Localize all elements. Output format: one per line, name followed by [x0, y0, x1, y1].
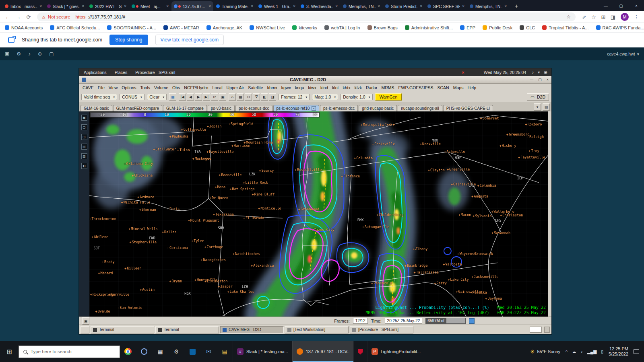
- new-tab-button[interactable]: +: [512, 1, 521, 11]
- display-icon[interactable]: ▢: [49, 51, 54, 57]
- bookmark-item[interactable]: SOO/TRAINING - A...: [107, 25, 156, 30]
- frames-combo[interactable]: Frames: 12▾: [279, 94, 310, 100]
- onedrive-icon[interactable]: ☁: [572, 349, 576, 354]
- gnome-clock[interactable]: Wed May 25, 20:25:04: [484, 70, 526, 75]
- browser-tab[interactable]: 2022 HWT - S...×: [87, 1, 129, 11]
- stop-sharing-button[interactable]: Stop sharing: [109, 35, 148, 45]
- tab-close-icon[interactable]: ×: [251, 4, 253, 8]
- tab-close-icon[interactable]: ×: [208, 4, 211, 8]
- tab-close-icon[interactable]: ×: [378, 4, 380, 8]
- window-list-item[interactable]: [Procedure - SPG.xml]: [350, 326, 413, 333]
- bookmark-item[interactable]: Tropical Tidbits - A...: [542, 25, 588, 30]
- step-forward-button[interactable]: ▶: [195, 93, 202, 101]
- taskbar-app-slack[interactable]: #Slack | * testing-ma...: [233, 341, 292, 362]
- cave-menu-item[interactable]: CAVE: [80, 84, 96, 91]
- density-combo[interactable]: Density: 1.0▾: [341, 94, 372, 100]
- browser-menu-icon[interactable]: ⋮: [632, 12, 641, 21]
- cave-menu-item[interactable]: kbmx: [265, 84, 279, 91]
- browser-tab[interactable]: Inbox - mass...×: [2, 1, 44, 11]
- cave-display-tab[interactable]: grid-nucaps-basic: [359, 105, 397, 111]
- chrome-icon[interactable]: [120, 341, 136, 362]
- fullscreen-icon[interactable]: ⊕: [38, 51, 42, 57]
- window-close-button[interactable]: ×: [629, 0, 644, 11]
- cortana-icon[interactable]: [136, 341, 152, 362]
- loop-button[interactable]: ⟳: [211, 93, 218, 101]
- alert-close-icon[interactable]: ×: [462, 70, 464, 75]
- single-panel-icon[interactable]: ◧: [261, 93, 268, 101]
- cave-menu-item[interactable]: kgwx: [279, 84, 293, 91]
- pane-icon-1[interactable]: ▣: [81, 115, 87, 121]
- window-list-item[interactable]: Terminal: [155, 326, 219, 333]
- audio-icon[interactable]: ♪: [28, 51, 31, 57]
- browser-tab[interactable]: 137.75.97...×: [171, 1, 213, 11]
- dcv-session-selector[interactable]: cave4.ewp.hwt ▾: [607, 51, 639, 56]
- image-properties-icon[interactable]: ▦: [237, 93, 244, 101]
- cave-menu-item[interactable]: File: [96, 84, 107, 91]
- cave-menu-item[interactable]: khtx: [341, 84, 353, 91]
- cave-menu-item[interactable]: Upper Air: [225, 84, 246, 91]
- tab-layout-icon[interactable]: ▤: [543, 103, 550, 111]
- warngen-button[interactable]: WarnGen: [375, 93, 402, 101]
- cave-menu-item[interactable]: kind: [318, 84, 330, 91]
- browser-tab[interactable]: Slack | * goes...×: [45, 1, 87, 11]
- mag-combo[interactable]: Mag: 1.0▾: [312, 94, 338, 100]
- step-back-button[interactable]: ◀: [187, 93, 194, 101]
- tab-overflow-icon[interactable]: ▾: [534, 103, 541, 111]
- cave-menu-item[interactable]: NCEP/Hydro: [182, 84, 210, 91]
- cave-menu-item[interactable]: klzk: [353, 84, 364, 91]
- last-frame-button[interactable]: ▶|: [203, 93, 210, 101]
- scale-combo[interactable]: CONUS▾: [120, 94, 144, 100]
- back-icon[interactable]: ←: [3, 12, 12, 21]
- cave-menu-item[interactable]: Obs: [170, 84, 182, 91]
- profile-avatar[interactable]: M: [621, 13, 629, 21]
- cave-display-tab[interactable]: ps-lc-econus-ref10×: [273, 105, 319, 111]
- settings-gear-icon[interactable]: ⚙: [17, 51, 21, 57]
- points-tool-icon[interactable]: ⊙: [245, 93, 252, 101]
- bookmark-item[interactable]: kiteworks: [292, 25, 317, 30]
- browser-tab[interactable]: Memphis, TN...×: [341, 1, 382, 11]
- cave-display-tab[interactable]: PHS-vs-GOES-CAPE-LI: [443, 105, 493, 111]
- cave-display-tab[interactable]: GLM-maxFED-compare: [113, 105, 162, 111]
- network-icon[interactable]: ▂▄▆: [587, 349, 597, 354]
- cave-display-tab[interactable]: GLM-16-basic: [80, 105, 112, 111]
- cave-maximize-button[interactable]: ▢: [538, 78, 542, 82]
- pane-icon-4[interactable]: ▤: [81, 144, 87, 150]
- cave-display-tab[interactable]: ps-lc-econus-dcc: [235, 105, 272, 111]
- address-bar[interactable]: ⚠ Not secure https ://137.75.97.181/# ☆: [37, 12, 576, 21]
- power-icon[interactable]: ◉: [544, 70, 547, 74]
- bookmark-item[interactable]: AWC - METAR: [163, 25, 199, 30]
- clear-combo[interactable]: Clear▾: [147, 94, 167, 100]
- taskbar-weather[interactable]: ☀ 55°F Sunny: [530, 349, 560, 355]
- window-minimize-button[interactable]: —: [598, 0, 613, 11]
- swap-panes-icon[interactable]: ▣: [82, 317, 89, 325]
- browser-tab[interactable]: Meet - aj...×: [129, 1, 171, 11]
- volume-icon[interactable]: ♪: [532, 70, 534, 74]
- browser-tab[interactable]: SPC SREF SRE...×: [425, 1, 467, 11]
- tab-close-icon[interactable]: ×: [82, 4, 84, 8]
- cave-close-button[interactable]: ×: [547, 78, 549, 82]
- tray-chevron-icon[interactable]: ^: [566, 349, 568, 354]
- cave-menu-item[interactable]: Volume: [152, 84, 170, 91]
- window-maximize-button[interactable]: ▢: [613, 0, 629, 11]
- cave-menu-item[interactable]: kiwx: [306, 84, 318, 91]
- window-list-item[interactable]: Terminal: [91, 326, 154, 333]
- taskbar-search[interactable]: Type here to search: [19, 346, 120, 358]
- bookmark-item[interactable]: RAC AWIPS Funda...: [596, 25, 644, 30]
- bookmark-item[interactable]: AFC Official Schedu...: [50, 25, 100, 30]
- browser-tab[interactable]: Storm Predict...×: [383, 1, 425, 11]
- window-list-item[interactable]: CAVE:MEG - D2D: [220, 326, 284, 333]
- radar-map-display[interactable]: +Coffeyville+Joplin+Springfield+Metropol…: [89, 111, 548, 317]
- cave-minimize-button[interactable]: —: [530, 78, 533, 82]
- cave-menu-item[interactable]: Satellite: [246, 84, 265, 91]
- cave-menu-item[interactable]: knqa: [293, 84, 306, 91]
- gnome-menu-item[interactable]: Places: [114, 70, 128, 75]
- chevron-down-icon[interactable]: ▾: [538, 70, 540, 74]
- cave-display-tab[interactable]: ps-lc-emesos-dcc: [320, 105, 358, 111]
- cave-display-tab[interactable]: GLM-16-17-compare: [163, 105, 207, 111]
- browser-tab[interactable]: Week 1 - Gra...×: [256, 1, 298, 11]
- tab-close-icon[interactable]: ×: [312, 106, 316, 111]
- audio-icon[interactable]: ♪: [580, 349, 582, 354]
- taskbar-app-mcafee[interactable]: [353, 341, 367, 362]
- cave-menu-item[interactable]: View: [107, 84, 120, 91]
- cave-menu-item[interactable]: Maps: [451, 84, 466, 91]
